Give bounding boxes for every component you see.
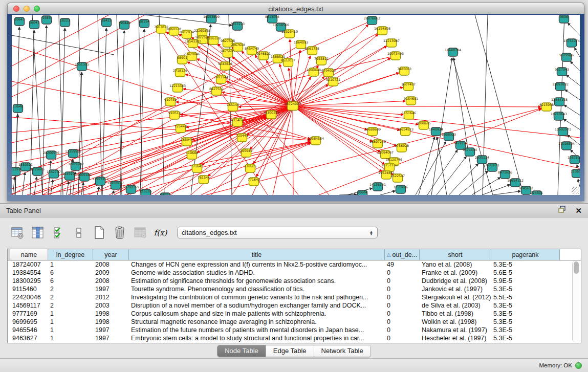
graph-node[interactable]: 8912934	[180, 30, 194, 38]
graph-node[interactable]: 15692971	[555, 127, 571, 136]
column-header-pagerank[interactable]: pagerank	[491, 249, 560, 260]
table-row[interactable]: 1938455462009Genome-wide association stu…	[8, 269, 581, 277]
table-row[interactable]: 946362711997Embryonic stem cells: a mode…	[8, 334, 581, 342]
graph-node[interactable]: 1167532	[568, 156, 580, 164]
stacked-rows-icon[interactable]	[72, 226, 85, 239]
graph-node[interactable]: 98901	[177, 56, 187, 64]
graph-node[interactable]: 7485063	[397, 67, 411, 75]
zoom-window-button[interactable]	[34, 6, 40, 12]
graph-node[interactable]: 16053809	[203, 15, 220, 23]
table-row[interactable]: 977716911998Corpus callosum shape and si…	[8, 310, 581, 318]
graph-node[interactable]: 16151132	[381, 163, 398, 171]
graph-node[interactable]: 9474444	[463, 148, 477, 156]
table-row[interactable]: 1830029562008Estimation of significance …	[8, 277, 581, 285]
graph-node[interactable]: 1607487	[401, 82, 416, 91]
table-row[interactable]: 946554611997Estimation of the future num…	[8, 326, 581, 334]
scrollbar-thumb[interactable]	[574, 261, 579, 274]
graph-node[interactable]: 18223	[60, 18, 70, 27]
graph-node[interactable]: 9383	[42, 16, 52, 24]
column-header-in_degree[interactable]: in_degree	[48, 249, 93, 260]
graph-node[interactable]: 12213383	[169, 84, 186, 92]
graph-node[interactable]: 20206576	[43, 151, 59, 159]
graph-node[interactable]: 1145194	[62, 172, 77, 180]
column-header-title[interactable]: title	[129, 249, 385, 260]
graph-node[interactable]: 761544	[198, 176, 210, 184]
tab-node-table[interactable]: Node Table	[217, 345, 266, 357]
graph-node[interactable]: 16422	[101, 18, 112, 27]
minimize-window-button[interactable]	[24, 6, 30, 12]
graph-node[interactable]: 8938923	[442, 133, 456, 141]
graph-node[interactable]: 771642	[248, 178, 260, 186]
graph-node[interactable]: 9329966	[559, 53, 574, 61]
graph-node[interactable]: 8215958	[539, 103, 554, 111]
graph-node[interactable]: 18807249	[369, 140, 386, 148]
function-builder-icon[interactable]: f(x)	[154, 226, 167, 239]
graph-node[interactable]: 725441	[236, 134, 248, 142]
graph-node[interactable]: 8813054	[265, 15, 279, 23]
graph-node[interactable]: 9227343	[555, 68, 569, 76]
graph-node[interactable]: 110684	[186, 151, 198, 159]
graph-node[interactable]: 1151646	[402, 111, 416, 119]
graph-node[interactable]: 1215685	[30, 167, 45, 176]
graph-node[interactable]: 7857223	[230, 22, 245, 30]
graph-node[interactable]: 1342737	[47, 170, 61, 178]
resize-grip[interactable]	[572, 187, 579, 194]
column-header-name[interactable]: name	[10, 249, 48, 260]
graph-node[interactable]: 771641	[191, 164, 203, 172]
column-header-short[interactable]: short	[420, 249, 491, 260]
graph-node[interactable]: 8522057	[281, 58, 295, 67]
table-row[interactable]: 969969511998Structural magnetic resonanc…	[8, 318, 581, 326]
graph-node[interactable]: 12325419	[281, 30, 298, 38]
graph-node[interactable]: 165944	[181, 138, 193, 146]
graph-node[interactable]: 2051305	[75, 62, 89, 71]
close-panel-icon[interactable]: ✕	[575, 207, 582, 214]
citation-network-graph[interactable]: 2064326041938318223164221904481815416053…	[12, 15, 580, 195]
table-row[interactable]: 1872400712008Changes of HCN gene express…	[8, 260, 581, 269]
tab-network-table[interactable]: Network Table	[314, 345, 371, 357]
graph-node[interactable]: 26876862	[364, 16, 380, 25]
table-settings-icon[interactable]	[10, 226, 24, 239]
graph-node[interactable]: 1733426	[394, 185, 408, 193]
graph-node[interactable]: 190448	[118, 21, 130, 29]
graph-node[interactable]: 15751074	[563, 39, 580, 47]
graph-node[interactable]: 9154691	[404, 97, 418, 105]
graph-node[interactable]: 6794023	[321, 69, 336, 77]
graph-node[interactable]: 1440934	[429, 127, 443, 136]
graph-node[interactable]: 8860128	[167, 27, 181, 35]
graph-node[interactable]: 9698	[559, 15, 569, 23]
graph-node[interactable]: 924501	[531, 191, 543, 195]
graph-node[interactable]: 7955812	[314, 57, 329, 65]
table-row[interactable]: 1456911722003Disruption of a novel membe…	[8, 301, 581, 310]
window-titlebar[interactable]: citations_edges.txt	[7, 3, 584, 15]
column-header-year[interactable]: year	[93, 249, 129, 260]
graph-node[interactable]: 94501	[160, 193, 170, 195]
table-row[interactable]: 911546021997Tourette syndrome. Phenomeno…	[8, 285, 581, 293]
select-columns-icon[interactable]	[51, 226, 65, 239]
graph-node[interactable]: 9475685	[221, 49, 235, 57]
tab-edge-table[interactable]: Edge Table	[266, 345, 314, 357]
graph-node[interactable]: 910751	[164, 98, 177, 106]
graph-node[interactable]: 9146821	[256, 52, 271, 60]
graph-node[interactable]: 17957253	[92, 177, 108, 185]
graph-node[interactable]: 7963822	[154, 25, 168, 33]
graph-node[interactable]: 12093832	[552, 82, 569, 91]
graph-node[interactable]: 9210721	[326, 78, 340, 86]
graph-node[interactable]: 14136141	[369, 183, 386, 191]
graph-node[interactable]: 8186328	[206, 36, 221, 45]
graph-node[interactable]: 2935114	[475, 156, 489, 164]
delete-table-icon[interactable]	[113, 226, 126, 239]
table-vertical-scrollbar[interactable]	[572, 260, 580, 342]
graph-node[interactable]: 725440	[175, 124, 187, 133]
table-select-dropdown[interactable]: citations_edges.txt ▲▼	[177, 227, 378, 238]
graph-node[interactable]: 16210643	[551, 112, 567, 120]
graph-node[interactable]: 165144	[227, 103, 239, 111]
graph-node[interactable]: 17359928	[65, 149, 81, 158]
graph-node[interactable]: 20643	[14, 17, 25, 26]
graph-node[interactable]: 1990448	[307, 68, 321, 76]
graph-node[interactable]: 30975887	[68, 162, 84, 170]
graph-node[interactable]: 2718126	[173, 69, 187, 77]
graph-node[interactable]: 10684	[357, 190, 367, 195]
show-column-icon[interactable]	[31, 226, 45, 239]
graph-node[interactable]: 2803144	[214, 75, 228, 83]
float-panel-icon[interactable]	[558, 206, 566, 215]
